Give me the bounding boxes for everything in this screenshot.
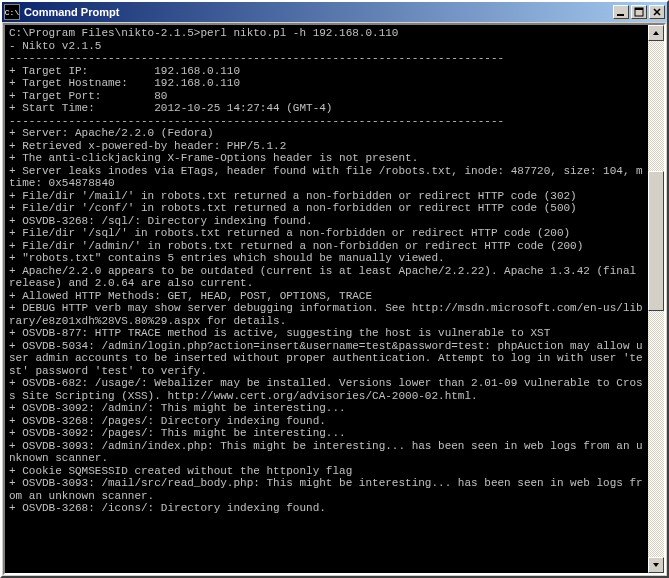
- close-button[interactable]: [649, 5, 665, 19]
- svg-marker-5: [653, 31, 659, 35]
- svg-rect-0: [617, 14, 624, 16]
- scroll-up-button[interactable]: [648, 25, 664, 41]
- window-title: Command Prompt: [24, 6, 613, 18]
- cmd-icon-label: C:\: [5, 8, 19, 17]
- svg-marker-6: [653, 563, 659, 567]
- chevron-down-icon: [652, 561, 660, 569]
- scrollbar-thumb[interactable]: [648, 171, 664, 311]
- terminal-container: C:\Program Files\nikto-2.1.5>perl nikto.…: [3, 23, 666, 575]
- minimize-icon: [616, 7, 626, 17]
- maximize-icon: [634, 7, 644, 17]
- titlebar[interactable]: C:\ Command Prompt: [2, 2, 667, 22]
- cmd-icon: C:\: [4, 4, 20, 20]
- scrollbar-track[interactable]: [648, 41, 664, 557]
- terminal-output[interactable]: C:\Program Files\nikto-2.1.5>perl nikto.…: [5, 25, 648, 573]
- minimize-button[interactable]: [613, 5, 629, 19]
- svg-rect-2: [635, 8, 643, 10]
- vertical-scrollbar[interactable]: [648, 25, 664, 573]
- chevron-up-icon: [652, 29, 660, 37]
- maximize-button[interactable]: [631, 5, 647, 19]
- window-controls: [613, 5, 665, 19]
- command-prompt-window: C:\ Command Prompt C:\Program Files\nikt…: [0, 0, 669, 578]
- scroll-down-button[interactable]: [648, 557, 664, 573]
- close-icon: [652, 7, 662, 17]
